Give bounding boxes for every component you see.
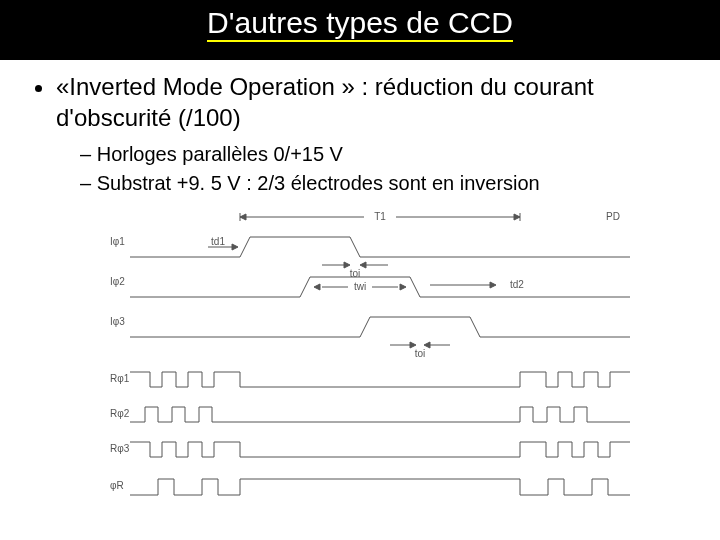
label-toi2: toi bbox=[415, 348, 426, 359]
title-bar: D'autres types de CCD bbox=[0, 6, 720, 42]
label-td1: td1 bbox=[211, 236, 225, 247]
label-s6: Rφ3 bbox=[110, 443, 130, 454]
label-T1: T1 bbox=[374, 211, 386, 222]
label-s7: φR bbox=[110, 480, 124, 491]
label-s2: Iφ2 bbox=[110, 276, 125, 287]
svg-marker-5 bbox=[514, 214, 520, 220]
sub-bullet-2: Substrat +9. 5 V : 2/3 électrodes sont e… bbox=[80, 170, 692, 197]
svg-marker-7 bbox=[232, 244, 238, 250]
label-s4: Rφ1 bbox=[110, 373, 130, 384]
bullet-1-text: «Inverted Mode Operation » : réduction d… bbox=[56, 73, 594, 131]
label-s5: Rφ2 bbox=[110, 408, 130, 419]
bullet-list: «Inverted Mode Operation » : réduction d… bbox=[30, 72, 720, 197]
slide-content: «Inverted Mode Operation » : réduction d… bbox=[0, 60, 720, 540]
svg-marker-15 bbox=[400, 284, 406, 290]
timing-diagram: T1 PD Iφ1 td1 toi Iφ2 twi bbox=[90, 207, 630, 507]
label-s3: Iφ3 bbox=[110, 316, 125, 327]
svg-marker-14 bbox=[314, 284, 320, 290]
svg-marker-4 bbox=[240, 214, 246, 220]
label-PD: PD bbox=[606, 211, 620, 222]
label-s1: Iφ1 bbox=[110, 236, 125, 247]
sub-bullet-list: Horloges parallèles 0/+15 V Substrat +9.… bbox=[80, 141, 692, 197]
sub-bullet-1: Horloges parallèles 0/+15 V bbox=[80, 141, 692, 168]
bullet-1: «Inverted Mode Operation » : réduction d… bbox=[56, 72, 720, 197]
page-title: D'autres types de CCD bbox=[207, 6, 513, 42]
svg-marker-11 bbox=[360, 262, 366, 268]
label-twi: twi bbox=[354, 281, 366, 292]
label-td2: td2 bbox=[510, 279, 524, 290]
svg-marker-17 bbox=[490, 282, 496, 288]
